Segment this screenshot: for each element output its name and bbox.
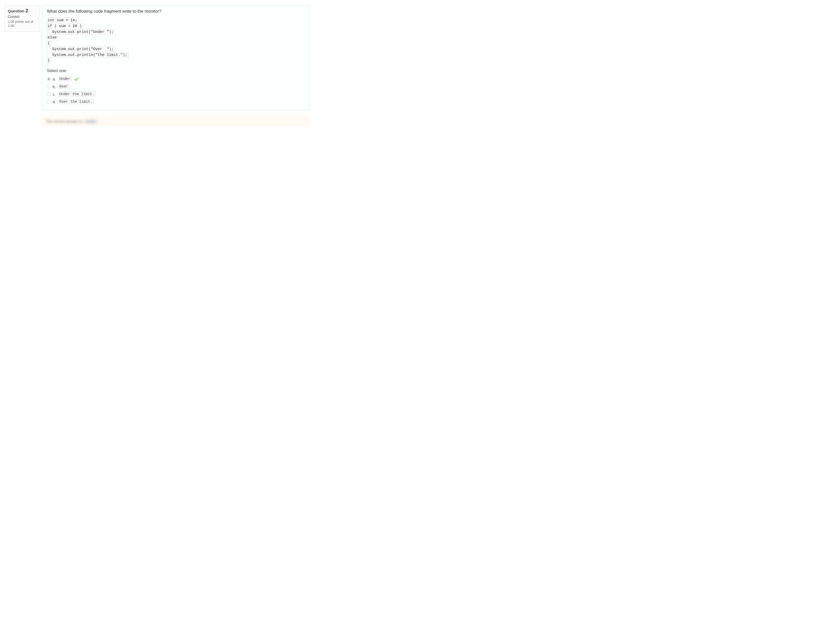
answer-option[interactable]: d.Over the limit.: [47, 98, 304, 105]
question-content-panel: What does the following code fragment wr…: [42, 5, 309, 110]
question-prompt: What does the following code fragment wr…: [47, 9, 304, 14]
answer-option[interactable]: a.Under: [47, 75, 304, 83]
answer-text: Under: [58, 76, 72, 81]
answer-text: Over: [58, 84, 70, 89]
answer-letter: b.: [53, 84, 56, 89]
code-line: System.out.print("Over ");: [47, 46, 115, 52]
radio-button[interactable]: [47, 85, 50, 89]
answer-text: Under the limit.: [58, 92, 96, 97]
code-line: System.out.println("the limit.");: [47, 52, 128, 58]
feedback-panel: The correct answer is: Under: [42, 116, 309, 127]
feedback-answer: Under: [84, 119, 98, 124]
checkmark-icon: [74, 77, 78, 81]
answer-option[interactable]: c.Under the limit.: [47, 90, 304, 98]
answer-text: Over the limit.: [58, 99, 94, 104]
radio-button[interactable]: [47, 92, 50, 96]
code-block: int sum = 14;if ( sum < 20 ) System.out.…: [47, 18, 304, 63]
question-label: Question 2: [8, 8, 36, 14]
question-number: 2: [25, 8, 28, 13]
question-label-text: Question: [8, 9, 24, 13]
code-line: if ( sum < 20 ): [47, 23, 83, 29]
answer-letter: d.: [53, 100, 56, 104]
feedback-text: The correct answer is:: [46, 119, 83, 123]
code-line: else: [47, 35, 58, 41]
answer-option[interactable]: b.Over: [47, 83, 304, 90]
code-line: System.out.print("Under ");: [47, 29, 115, 35]
question-info-panel: Question 2 Correct 1.00 points out of 1.…: [5, 5, 39, 32]
radio-button[interactable]: [47, 100, 50, 104]
code-line: {: [47, 41, 51, 47]
select-one-label: Select one:: [47, 68, 304, 73]
code-line: }: [47, 58, 51, 64]
question-container: Question 2 Correct 1.00 points out of 1.…: [0, 5, 314, 110]
question-status: Correct: [8, 15, 36, 19]
code-line: int sum = 14;: [47, 18, 78, 24]
answer-letter: c.: [53, 92, 56, 96]
radio-button[interactable]: [47, 77, 50, 81]
question-points: 1.00 points out of 1.00: [8, 20, 36, 28]
answer-list: a.Underb.Overc.Under the limit.d.Over th…: [47, 75, 304, 105]
answer-letter: a.: [53, 77, 56, 81]
